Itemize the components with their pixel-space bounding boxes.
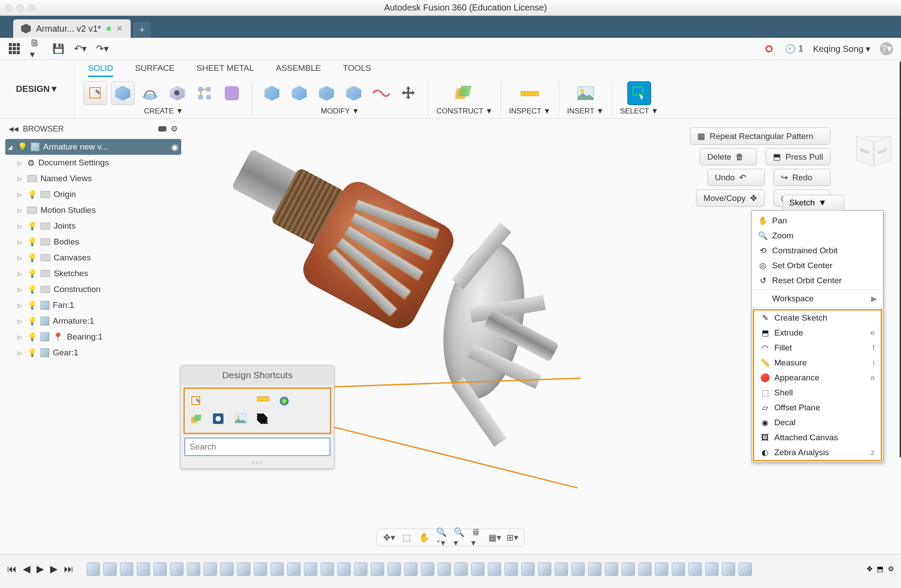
expand-icon[interactable]: ▷ <box>18 350 24 356</box>
close-window-icon[interactable] <box>5 4 12 11</box>
browser-item[interactable]: ▷💡Canvases <box>5 250 181 266</box>
new-tab-button[interactable]: + <box>133 22 151 38</box>
expand-icon[interactable]: ▷ <box>18 270 24 277</box>
expand-icon[interactable]: ▷ <box>18 191 24 198</box>
file-menu-button[interactable]: 🗎▾ <box>30 43 42 55</box>
grid-settings-icon[interactable]: ▦▾ <box>489 532 500 543</box>
zoom-icon[interactable]: 🔍⁺▾ <box>436 532 447 543</box>
undo-button-ctx[interactable]: Undo↶ <box>707 169 765 186</box>
timeline-feature[interactable] <box>271 562 284 576</box>
timeline-feature[interactable] <box>722 562 735 576</box>
resize-grip-icon[interactable]: ≡≡≡ <box>181 460 334 468</box>
modify-label[interactable]: MODIFY ▼ <box>321 107 359 116</box>
insert-label[interactable]: INSERT ▼ <box>567 107 604 116</box>
timeline-feature[interactable] <box>571 562 585 576</box>
browser-item[interactable]: ▷⚙Document Settings <box>5 155 181 171</box>
menu-item-extrude[interactable]: ⬒Extrudee <box>754 325 881 340</box>
select-button[interactable] <box>627 81 651 105</box>
browser-item[interactable]: ▷💡Bodies <box>5 234 181 250</box>
menu-item-set-orbit-center[interactable]: ◎Set Orbit Center <box>752 258 883 273</box>
construct-label[interactable]: CONSTRUCT ▼ <box>436 107 493 116</box>
timeline-feature[interactable] <box>371 562 384 576</box>
timeline-feature[interactable] <box>739 562 752 576</box>
timeline-feature[interactable] <box>505 562 518 576</box>
expand-icon[interactable]: ▷ <box>18 160 24 166</box>
bulb-icon[interactable]: 💡 <box>27 253 37 263</box>
bulb-icon[interactable]: 💡 <box>27 285 37 294</box>
browser-item[interactable]: ▷💡Gear:1 <box>5 345 181 361</box>
timeline-feature[interactable] <box>538 562 551 576</box>
hole-button[interactable] <box>165 81 189 105</box>
attached-canvas-shortcut-icon[interactable] <box>235 413 247 426</box>
close-tab-icon[interactable]: ✕ <box>116 24 123 33</box>
tab-tools[interactable]: TOOLS <box>343 63 371 77</box>
bulb-icon[interactable]: 💡 <box>27 190 37 199</box>
shell-shortcut-icon[interactable] <box>301 396 313 408</box>
decal-shortcut-icon[interactable] <box>213 413 225 426</box>
menu-item-zebra-analysis[interactable]: ◐Zebra Analysisz <box>754 445 881 460</box>
shell-button[interactable] <box>315 81 338 105</box>
tab-sheet-metal[interactable]: SHEET METAL <box>197 63 254 77</box>
data-panel-button[interactable] <box>8 43 20 55</box>
bulb-icon[interactable]: 💡 <box>27 237 37 247</box>
tab-solid[interactable]: SOLID <box>88 63 113 77</box>
appearance-shortcut-icon[interactable] <box>279 396 291 408</box>
construct-plane-button[interactable] <box>453 81 476 105</box>
expand-icon[interactable]: ▷ <box>18 239 24 245</box>
measure-shortcut-icon[interactable] <box>257 396 269 408</box>
timeline-feature[interactable] <box>588 562 601 576</box>
timeline-feature[interactable] <box>204 562 217 576</box>
delete-button[interactable]: Delete🗑 <box>700 148 757 165</box>
user-menu[interactable]: Keqing Song ▾ <box>813 44 870 54</box>
menu-item-offset-plane[interactable]: ▱Offset Plane <box>754 400 881 415</box>
timeline-feature[interactable] <box>404 562 418 576</box>
timeline-feature[interactable] <box>120 562 133 576</box>
timeline-feature[interactable] <box>555 562 568 576</box>
fillet-shortcut-icon[interactable] <box>235 396 247 408</box>
browser-item[interactable]: ▷💡Joints <box>5 218 181 234</box>
browser-item[interactable]: ▷💡📍Bearing:1 <box>5 329 181 345</box>
workspace-switcher[interactable]: DESIGN ▼ <box>0 60 75 118</box>
collapse-browser-icon[interactable]: ◀◀ <box>9 125 18 132</box>
browser-options-icon[interactable] <box>158 126 166 131</box>
timeline-feature[interactable] <box>388 562 401 576</box>
measure-button[interactable] <box>518 81 542 105</box>
browser-settings-icon[interactable]: ⚙ <box>171 124 178 134</box>
menu-item-decal[interactable]: ◉Decal <box>754 415 881 430</box>
timeline-feature[interactable] <box>421 562 434 576</box>
browser-item[interactable]: ▷💡Origin <box>5 186 181 202</box>
menu-item-zoom[interactable]: 🔍Zoom <box>752 228 883 243</box>
menu-item-constrained-orbit[interactable]: ⟲Constrained Orbit <box>752 243 883 258</box>
timeline-feature[interactable] <box>605 562 618 576</box>
timeline-start-icon[interactable]: ⏮ <box>7 563 17 575</box>
activate-icon[interactable]: ◉ <box>171 142 179 152</box>
canvas-area[interactable]: ◀◀ BROWSER ⚙ ◢ 💡 Armature new v... ◉ ▷⚙D… <box>0 119 901 554</box>
timeline-feature[interactable] <box>655 562 668 576</box>
timeline-settings-icon[interactable]: ⚙ <box>888 565 894 573</box>
timeline-feature[interactable] <box>672 562 685 576</box>
select-label[interactable]: SELECT ▼ <box>620 107 658 116</box>
inspect-label[interactable]: INSPECT ▼ <box>509 107 551 116</box>
bulb-icon[interactable]: 💡 <box>18 142 27 152</box>
timeline-feature[interactable] <box>521 562 535 576</box>
document-tab[interactable]: Armatur... v2 v1* ✕ <box>13 19 131 38</box>
repeat-rectangular-pattern-button[interactable]: ▦Repeat Rectangular Pattern <box>690 128 831 145</box>
bulb-icon[interactable]: 💡 <box>27 332 37 342</box>
rib-button[interactable] <box>193 81 216 105</box>
look-at-icon[interactable]: ⬚ <box>401 532 412 543</box>
press-pull-button[interactable] <box>260 81 284 105</box>
revolve-button[interactable] <box>138 81 162 105</box>
undo-button[interactable]: ↶▾ <box>74 43 86 55</box>
timeline-feature[interactable] <box>471 562 484 576</box>
expand-icon[interactable]: ▷ <box>18 175 24 182</box>
bulb-icon[interactable]: 💡 <box>27 316 37 326</box>
pan-icon[interactable]: ✋ <box>418 532 430 543</box>
tab-surface[interactable]: SURFACE <box>135 63 175 77</box>
menu-item-attached-canvas[interactable]: 🖼Attached Canvas <box>754 430 881 445</box>
workspace-submenu[interactable]: Workspace▶ <box>752 291 883 306</box>
browser-item[interactable]: ▷💡Sketches <box>5 266 181 281</box>
timeline-forward-icon[interactable]: ▶ <box>50 563 58 575</box>
job-status[interactable]: 🕘 1 <box>785 44 803 54</box>
timeline-feature[interactable] <box>87 562 100 576</box>
create-sketch-button[interactable] <box>84 81 107 105</box>
